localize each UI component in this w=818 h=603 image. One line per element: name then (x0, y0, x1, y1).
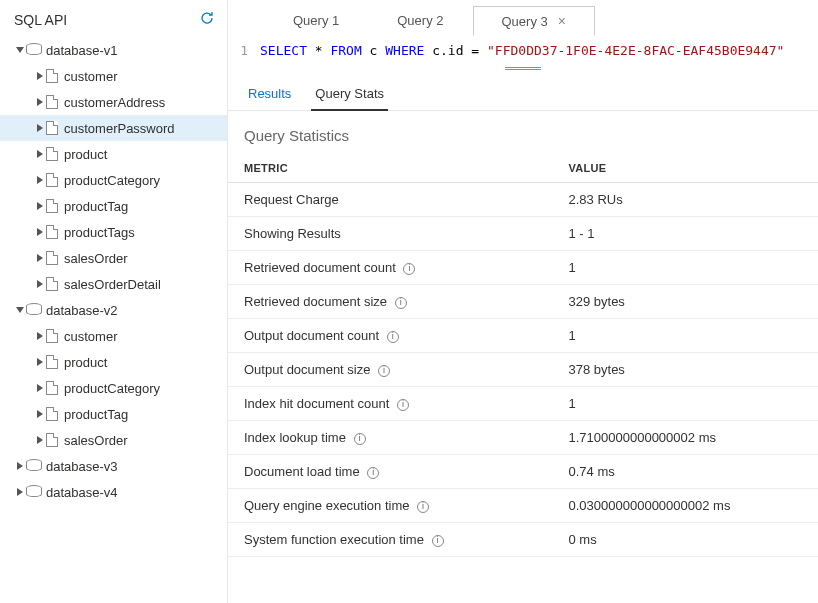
database-node[interactable]: database-v1 (0, 37, 227, 63)
caret-icon (34, 98, 46, 106)
metric-cell: Retrieved document count i (228, 251, 553, 285)
value-cell: 1.7100000000000002 ms (553, 421, 819, 455)
container-node[interactable]: salesOrder (0, 427, 227, 453)
metric-cell: Index lookup time i (228, 421, 553, 455)
info-icon[interactable]: i (417, 501, 429, 513)
table-row: Index lookup time i1.7100000000000002 ms (228, 421, 818, 455)
value-cell: 378 bytes (553, 353, 819, 387)
value-cell: 0 ms (553, 523, 819, 557)
query-editor[interactable]: 1 SELECT * FROM c WHERE c.id = "FFD0DD37… (228, 37, 818, 62)
stats-table: METRIC VALUE Request Charge2.83 RUsShowi… (228, 154, 818, 557)
info-icon[interactable]: i (432, 535, 444, 547)
metric-label: Query engine execution time (244, 498, 409, 513)
database-label: database-v2 (46, 303, 118, 318)
metric-label: Showing Results (244, 226, 341, 241)
col-metric: METRIC (228, 154, 553, 183)
query-tab[interactable]: Query 2 (368, 6, 472, 36)
caret-icon (34, 124, 46, 132)
container-node[interactable]: productCategory (0, 167, 227, 193)
database-node[interactable]: database-v2 (0, 297, 227, 323)
container-label: productTag (64, 199, 128, 214)
metric-label: Index hit document count (244, 396, 389, 411)
database-icon (26, 459, 40, 473)
query-tab[interactable]: Query 3× (473, 6, 595, 36)
stats-title: Query Statistics (228, 111, 818, 154)
caret-icon (14, 462, 26, 470)
code-token: "FFD0DD37-1F0E-4E2E-8FAC-EAF45B0E9447" (487, 43, 784, 58)
database-icon (26, 485, 40, 499)
container-node[interactable]: customer (0, 63, 227, 89)
metric-cell: Request Charge (228, 183, 553, 217)
container-node[interactable]: product (0, 141, 227, 167)
container-icon (46, 355, 58, 369)
container-node[interactable]: productTags (0, 219, 227, 245)
caret-icon (14, 488, 26, 496)
code-token: SELECT (260, 43, 307, 58)
container-label: productTags (64, 225, 135, 240)
container-node[interactable]: product (0, 349, 227, 375)
metric-cell: Retrieved document size i (228, 285, 553, 319)
database-icon (26, 303, 40, 317)
value-cell: 2.83 RUs (553, 183, 819, 217)
metric-label: Index lookup time (244, 430, 346, 445)
database-label: database-v1 (46, 43, 118, 58)
query-text: SELECT * FROM c WHERE c.id = "FFD0DD37-1… (260, 43, 784, 58)
table-row: Showing Results1 - 1 (228, 217, 818, 251)
splitter-handle[interactable] (228, 62, 818, 74)
tab-results[interactable]: Results (244, 80, 295, 110)
metric-label: Retrieved document count (244, 260, 396, 275)
container-icon (46, 251, 58, 265)
caret-icon (34, 280, 46, 288)
info-icon[interactable]: i (397, 399, 409, 411)
metric-cell: Index hit document count i (228, 387, 553, 421)
container-node[interactable]: salesOrder (0, 245, 227, 271)
value-cell: 1 - 1 (553, 217, 819, 251)
info-icon[interactable]: i (367, 467, 379, 479)
caret-icon (34, 358, 46, 366)
database-node[interactable]: database-v3 (0, 453, 227, 479)
refresh-icon[interactable] (199, 10, 215, 29)
info-icon[interactable]: i (378, 365, 390, 377)
container-node[interactable]: productCategory (0, 375, 227, 401)
table-row: Retrieved document count i1 (228, 251, 818, 285)
value-cell: 1 (553, 319, 819, 353)
metric-label: Retrieved document size (244, 294, 387, 309)
table-row: Retrieved document size i329 bytes (228, 285, 818, 319)
close-icon[interactable]: × (558, 13, 566, 29)
container-node[interactable]: salesOrderDetail (0, 271, 227, 297)
database-node[interactable]: database-v4 (0, 479, 227, 505)
line-number: 1 (236, 43, 260, 58)
tab-query-stats[interactable]: Query Stats (311, 80, 388, 111)
container-node[interactable]: productTag (0, 193, 227, 219)
container-icon (46, 407, 58, 421)
code-token: * (307, 43, 330, 58)
info-icon[interactable]: i (354, 433, 366, 445)
container-node[interactable]: customerAddress (0, 89, 227, 115)
table-row: Document load time i0.74 ms (228, 455, 818, 489)
query-tab[interactable]: Query 1 (264, 6, 368, 36)
container-node[interactable]: customerPassword (0, 115, 227, 141)
container-icon (46, 173, 58, 187)
container-label: productCategory (64, 381, 160, 396)
caret-icon (34, 254, 46, 262)
info-icon[interactable]: i (387, 331, 399, 343)
metric-label: Output document size (244, 362, 370, 377)
results-tabs: Results Query Stats (228, 74, 818, 111)
container-node[interactable]: customer (0, 323, 227, 349)
container-label: customer (64, 329, 117, 344)
info-icon[interactable]: i (403, 263, 415, 275)
container-icon (46, 95, 58, 109)
metric-cell: Output document count i (228, 319, 553, 353)
caret-icon (14, 47, 26, 53)
code-token: WHERE (385, 43, 424, 58)
container-icon (46, 433, 58, 447)
sidebar-title: SQL API (14, 12, 67, 28)
metric-label: Output document count (244, 328, 379, 343)
value-cell: 1 (553, 251, 819, 285)
container-label: customerAddress (64, 95, 165, 110)
container-node[interactable]: productTag (0, 401, 227, 427)
container-icon (46, 329, 58, 343)
info-icon[interactable]: i (395, 297, 407, 309)
main-panel: Query 1Query 2Query 3× 1 SELECT * FROM c… (228, 0, 818, 603)
container-icon (46, 277, 58, 291)
